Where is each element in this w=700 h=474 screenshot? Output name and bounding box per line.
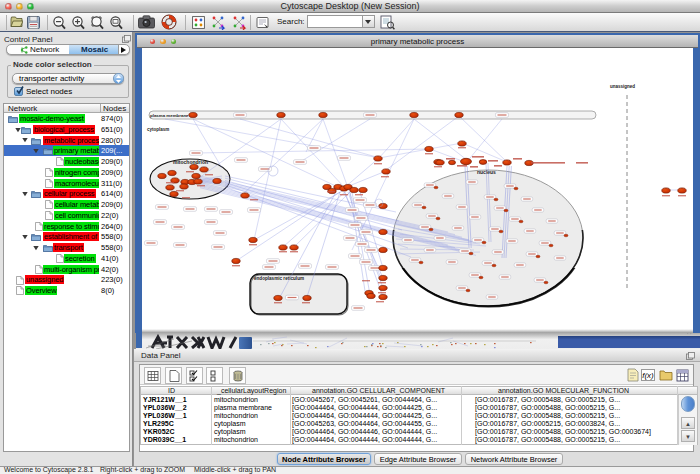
svg-text:mitochondrion: mitochondrion: [173, 159, 208, 165]
svg-text:plasma membrane: plasma membrane: [150, 113, 189, 118]
svg-text:unassigned: unassigned: [610, 84, 635, 89]
svg-text:endoplasmic reticulum: endoplasmic reticulum: [254, 276, 304, 281]
svg-text:cytoplasm: cytoplasm: [147, 127, 169, 132]
